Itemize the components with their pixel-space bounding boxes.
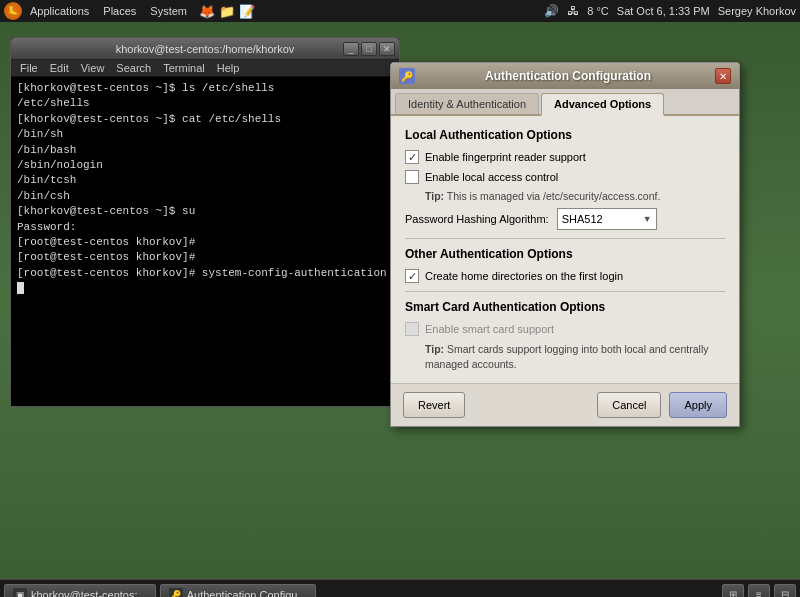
username-display: Sergey Khorkov	[718, 5, 796, 17]
taskbar-auth-icon: 🔑	[169, 588, 183, 598]
terminal-menubar: File Edit View Search Terminal Help	[11, 60, 399, 77]
smart-tip-bold: Tip:	[425, 343, 444, 355]
taskbar-item-terminal[interactable]: ▣ khorkov@test-centos:...	[4, 584, 156, 598]
taskbar-item-auth-config[interactable]: 🔑 Authentication Configu...	[160, 584, 316, 598]
terminal-maximize-button[interactable]: □	[361, 42, 377, 56]
menu-applications[interactable]: Applications	[24, 3, 95, 19]
dialog-body: Local Authentication Options Enable fing…	[391, 116, 739, 383]
menu-places[interactable]: Places	[97, 3, 142, 19]
terminal-close-button[interactable]: ✕	[379, 42, 395, 56]
dialog-footer: Revert Cancel Apply	[391, 383, 739, 426]
hash-algorithm-select[interactable]: SHA512 ▼	[557, 208, 657, 230]
other-auth-section-title: Other Authentication Options	[405, 247, 725, 261]
taskbar-list-view-button[interactable]: ≡	[748, 584, 770, 598]
revert-button[interactable]: Revert	[403, 392, 465, 418]
create-home-checkbox[interactable]	[405, 269, 419, 283]
tab-advanced-options[interactable]: Advanced Options	[541, 93, 664, 116]
smart-card-section: Smart Card Authentication Options Enable…	[405, 300, 725, 371]
hash-algorithm-label: Password Hashing Algorithm:	[405, 213, 549, 225]
term-line-11: [root@test-centos khorkov]#	[17, 250, 393, 265]
desktop: Computer khorkov@test-centos:/home/khork…	[0, 22, 800, 579]
create-home-row: Create home directories on the first log…	[405, 269, 725, 283]
section-divider-2	[405, 291, 725, 292]
term-line-8: [khorkov@test-centos ~]$ su	[17, 204, 393, 219]
dialog-icon: 🔑	[399, 68, 415, 84]
tip-bold: Tip:	[425, 190, 444, 202]
term-line-3: /bin/sh	[17, 127, 393, 142]
terminal-menu-edit[interactable]: Edit	[45, 61, 74, 75]
hash-value: SHA512	[562, 213, 603, 225]
term-line-1: /etc/shells	[17, 96, 393, 111]
dialog-titlebar: 🔑 Authentication Configuration ✕	[391, 63, 739, 89]
taskbar-auth-label: Authentication Configu...	[187, 589, 307, 598]
fingerprint-row: Enable fingerprint reader support	[405, 150, 725, 164]
local-access-label: Enable local access control	[425, 171, 558, 183]
firefox-icon[interactable]: 🦊	[199, 4, 215, 19]
terminal-menu-search[interactable]: Search	[111, 61, 156, 75]
taskbar-grid-view-button[interactable]: ⊞	[722, 584, 744, 598]
cancel-button[interactable]: Cancel	[597, 392, 661, 418]
term-line-6: /bin/tcsh	[17, 173, 393, 188]
dialog-title: Authentication Configuration	[421, 69, 715, 83]
terminal-menu-help[interactable]: Help	[212, 61, 245, 75]
terminal-title: khorkov@test-centos:/home/khorkov	[116, 43, 295, 55]
term-line-7: /bin/csh	[17, 189, 393, 204]
smart-card-row: Enable smart card support	[405, 322, 725, 336]
smart-card-tip: Tip: Smart cards support logging into bo…	[425, 342, 725, 371]
term-line-4: /bin/bash	[17, 143, 393, 158]
fingerprint-checkbox[interactable]	[405, 150, 419, 164]
section-divider-1	[405, 238, 725, 239]
taskbar-right-section: 🔊 🖧 8 °C Sat Oct 6, 1:33 PM Sergey Khork…	[544, 4, 796, 18]
menu-system[interactable]: System	[144, 3, 193, 19]
tab-identity-auth[interactable]: Identity & Authentication	[395, 93, 539, 114]
terminal-menu-terminal[interactable]: Terminal	[158, 61, 210, 75]
hash-algorithm-row: Password Hashing Algorithm: SHA512 ▼	[405, 208, 725, 230]
fingerprint-label: Enable fingerprint reader support	[425, 151, 586, 163]
create-home-label: Create home directories on the first log…	[425, 270, 623, 282]
terminal-menu-view[interactable]: View	[76, 61, 110, 75]
taskbar-expand-button[interactable]: ⊟	[774, 584, 796, 598]
apply-button[interactable]: Apply	[669, 392, 727, 418]
taskbar-terminal-label: khorkov@test-centos:...	[31, 589, 147, 598]
term-line-10: [root@test-centos khorkov]#	[17, 235, 393, 250]
gnome-logo[interactable]: 🦶	[4, 2, 22, 20]
term-line-5: /sbin/nologin	[17, 158, 393, 173]
taskbar-bottom: ▣ khorkov@test-centos:... 🔑 Authenticati…	[0, 579, 800, 597]
taskbar-top: 🦶 Applications Places System 🦊 📁 📝 🔊 🖧 8…	[0, 0, 800, 22]
terminal-window: khorkov@test-centos:/home/khorkov _ □ ✕ …	[10, 37, 400, 407]
local-access-tip: Tip: This is managed via /etc/security/a…	[425, 190, 725, 202]
terminal-content[interactable]: [khorkov@test-centos ~]$ ls /etc/shells …	[11, 77, 399, 406]
term-line-9: Password:	[17, 220, 393, 235]
taskbar-left-section: 🦶 Applications Places System 🦊 📁 📝	[4, 2, 544, 20]
dialog-footer-right-buttons: Cancel Apply	[597, 392, 727, 418]
select-arrow-icon: ▼	[643, 214, 652, 224]
smart-card-checkbox[interactable]	[405, 322, 419, 336]
temperature-display: 8 °C	[587, 5, 609, 17]
auth-config-dialog: 🔑 Authentication Configuration ✕ Identit…	[390, 62, 740, 427]
dialog-tab-bar: Identity & Authentication Advanced Optio…	[391, 89, 739, 116]
folder-icon[interactable]: 📁	[219, 4, 235, 19]
taskbar-bottom-right: ⊞ ≡ ⊟	[722, 584, 796, 598]
datetime-display: Sat Oct 6, 1:33 PM	[617, 5, 710, 17]
term-line-2: [khorkov@test-centos ~]$ cat /etc/shells	[17, 112, 393, 127]
local-access-row: Enable local access control	[405, 170, 725, 184]
term-cursor-line	[17, 281, 393, 296]
local-auth-section-title: Local Authentication Options	[405, 128, 725, 142]
terminal-menu-file[interactable]: File	[15, 61, 43, 75]
smart-card-section-title: Smart Card Authentication Options	[405, 300, 725, 314]
terminal-controls: _ □ ✕	[343, 42, 395, 56]
smart-card-label: Enable smart card support	[425, 323, 554, 335]
text-editor-icon[interactable]: 📝	[239, 4, 255, 19]
local-access-checkbox[interactable]	[405, 170, 419, 184]
terminal-titlebar: khorkov@test-centos:/home/khorkov _ □ ✕	[11, 38, 399, 60]
network-icon[interactable]: 🖧	[567, 4, 579, 18]
speaker-icon[interactable]: 🔊	[544, 4, 559, 18]
dialog-close-button[interactable]: ✕	[715, 68, 731, 84]
terminal-minimize-button[interactable]: _	[343, 42, 359, 56]
taskbar-terminal-icon: ▣	[13, 588, 27, 598]
term-line-0: [khorkov@test-centos ~]$ ls /etc/shells	[17, 81, 393, 96]
term-line-12: [root@test-centos khorkov]# system-confi…	[17, 266, 393, 281]
